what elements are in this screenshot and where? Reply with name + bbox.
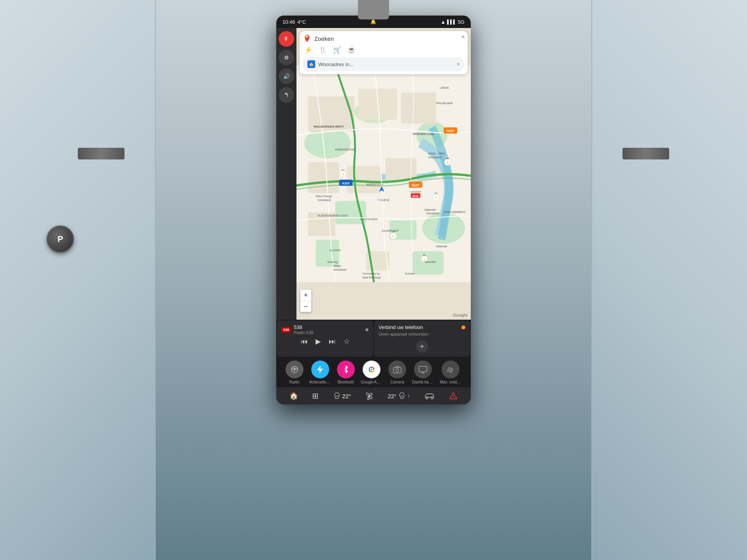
svg-text:IMMERLOO II: IMMERLOO II: [366, 183, 383, 186]
sidebar-volume-button[interactable]: 🔊: [279, 68, 294, 84]
ev-range-icon: [316, 365, 325, 374]
search-input-row[interactable]: 🏠 Woonadres in... ×: [303, 57, 465, 71]
dashbkastje-dock-label: Dashb.kastje: [412, 380, 434, 384]
add-phone-button[interactable]: +: [416, 340, 428, 353]
map-area: A325 N325 N225 MALBURGEN-WEST EIMERSWEID…: [296, 28, 471, 320]
dock-item-dashbkastje[interactable]: Dashb.kastje: [412, 360, 434, 384]
dock-item-bluetooth[interactable]: Bluetooth: [337, 360, 355, 384]
bluetooth-icon: [342, 365, 350, 374]
google-assistant-icon: [367, 365, 376, 374]
control-bar: 🏠 ⊞ 22°: [276, 387, 471, 404]
dock-item-max-ontdooi[interactable]: Max. ontdooi: [440, 360, 461, 384]
sync-icon: ↕: [407, 393, 410, 399]
svg-text:Vattenfall: Vattenfall: [424, 261, 436, 263]
coffee-category-icon[interactable]: ☕: [347, 46, 356, 54]
svg-text:ARNHEM ZUID: ARNHEM ZUID: [413, 132, 434, 136]
search-input-text[interactable]: Woonadres in...: [318, 61, 454, 67]
fan-control[interactable]: [365, 392, 374, 400]
svg-text:Allego: Allego: [333, 264, 341, 268]
radio-icon: [290, 365, 299, 374]
dock-item-radio[interactable]: Radio: [286, 360, 303, 384]
alert-control[interactable]: [449, 392, 458, 400]
assistant-dock-label: Google Assistant: [361, 380, 382, 384]
seat-heat-right-icon: [398, 392, 406, 400]
home-icon: 🏠: [289, 392, 298, 400]
car-control[interactable]: [424, 392, 435, 400]
svg-text:Vattenfall: Vattenfall: [424, 208, 436, 211]
right-temp-control[interactable]: 22° ↕: [388, 392, 410, 400]
car-interior: P 10:46 4°C 🔔 ▲ ▌▌▌ 5G 🎙: [0, 0, 747, 560]
car-icon: [424, 392, 435, 400]
svg-text:4/4: 4/4: [434, 192, 438, 194]
phone-panel: Verbind uw telefoon Geen apparaat verbon…: [374, 320, 470, 357]
svg-text:Community by: Community by: [362, 272, 380, 275]
dock-item-assistant[interactable]: Google Assistant: [361, 360, 382, 384]
actieradius-dock-icon: [311, 360, 329, 378]
search-close-button[interactable]: ×: [457, 61, 460, 67]
svg-text:Gemiddeld: Gemiddeld: [333, 268, 347, 271]
svg-text:Gemiddeld: Gemiddeld: [318, 199, 331, 201]
svg-text:Robo Charge: Robo Charge: [316, 195, 332, 198]
status-bar-right: ▲ ▌▌▌ 5G: [440, 19, 465, 25]
svg-text:3/4: 3/4: [423, 254, 426, 256]
dashbkastje-dock-icon: [414, 360, 432, 378]
svg-text:Gemiddeld: Gemiddeld: [410, 191, 421, 193]
assistant-dock-icon: [363, 360, 381, 378]
food-category-icon[interactable]: 🍴: [319, 46, 327, 54]
home-control[interactable]: 🏠: [289, 392, 298, 400]
bottom-panels: 538 538 Radio 538 ⏮ ▶ ⏭ ☆: [276, 320, 471, 404]
sidebar-route-button[interactable]: ↰: [279, 87, 294, 103]
max-ontdooi-dock-label: Max. ontdooi: [440, 380, 461, 384]
zoom-in-button[interactable]: +: [300, 290, 311, 301]
svg-rect-11: [401, 93, 436, 124]
sidebar: 🎙 ⚙ 🔊 ↰: [276, 28, 296, 320]
svg-text:Shell Recharge: Shell Recharge: [362, 276, 381, 279]
vent-right: [622, 148, 669, 159]
vent-left: [78, 148, 124, 159]
svg-text:RIJKERSWOERD OOST: RIJKERSWOERD OOST: [318, 214, 348, 217]
media-panel: 538 538 Radio 538 ⏮ ▶ ⏭ ☆: [277, 320, 373, 357]
svg-text:Huissen: Huissen: [405, 272, 415, 275]
svg-text:EIMERSWEIDE: EIMERSWEIDE: [335, 148, 355, 151]
park-button[interactable]: P: [47, 226, 74, 253]
svg-text:N325: N325: [447, 129, 454, 133]
svg-point-69: [293, 368, 296, 371]
favorite-button[interactable]: ☆: [344, 337, 350, 346]
dock-item-camera[interactable]: Camera: [388, 360, 406, 384]
zoom-out-button[interactable]: −: [300, 301, 311, 312]
signal-icon: ▲: [440, 19, 445, 25]
search-panel: Zoeken ^ ⚡ 🍴 🛒 ☕ 🏠 Woonadres in... ×: [300, 31, 468, 74]
left-dashboard: P: [0, 0, 156, 560]
left-temp-control[interactable]: 22°: [333, 392, 351, 400]
display-icon: [418, 365, 428, 374]
ev-category-icon[interactable]: ⚡: [304, 46, 312, 54]
svg-rect-12: [308, 162, 339, 193]
media-controls: ⏮ ▶ ⏭ ☆: [282, 337, 368, 346]
camera-icon: [393, 365, 402, 374]
media-header: 538 538 Radio 538: [282, 324, 368, 335]
search-header: Zoeken ^: [303, 34, 465, 43]
svg-text:LANGE: LANGE: [440, 86, 449, 89]
sidebar-mic-button[interactable]: 🎙: [279, 31, 294, 47]
grid-control[interactable]: ⊞: [312, 391, 319, 401]
dock-item-actieradius[interactable]: Actieradius...: [309, 360, 331, 384]
prev-track-button[interactable]: ⏮: [301, 338, 308, 346]
svg-text:N225: N225: [412, 184, 419, 187]
screen-content: 🎙 ⚙ 🔊 ↰: [276, 28, 471, 320]
sidebar-settings-button[interactable]: ⚙: [279, 50, 294, 65]
svg-text:2/2: 2/2: [392, 231, 395, 233]
svg-text:Allego oplaadpunt: Allego oplaadpunt: [444, 210, 465, 214]
alert-triangle-icon: [449, 392, 458, 400]
svg-text:T DUIFJE: T DUIFJE: [378, 199, 390, 201]
svg-text:Vattenfall: Vattenfall: [436, 245, 447, 248]
play-button[interactable]: ▶: [316, 337, 321, 346]
next-track-button[interactable]: ⏭: [329, 338, 336, 346]
temperature-display: 4°C: [298, 19, 306, 25]
actieradius-dock-label: Actieradius...: [309, 380, 331, 384]
media-subtitle: Radio 538: [294, 330, 313, 335]
status-bar-center: 🔔: [370, 19, 376, 24]
svg-text:PRESIKHAAF: PRESIKHAAF: [436, 102, 453, 105]
bluetooth-dock-icon: [337, 360, 355, 378]
search-chevron[interactable]: ^: [461, 35, 465, 42]
shopping-category-icon[interactable]: 🛒: [333, 46, 341, 54]
